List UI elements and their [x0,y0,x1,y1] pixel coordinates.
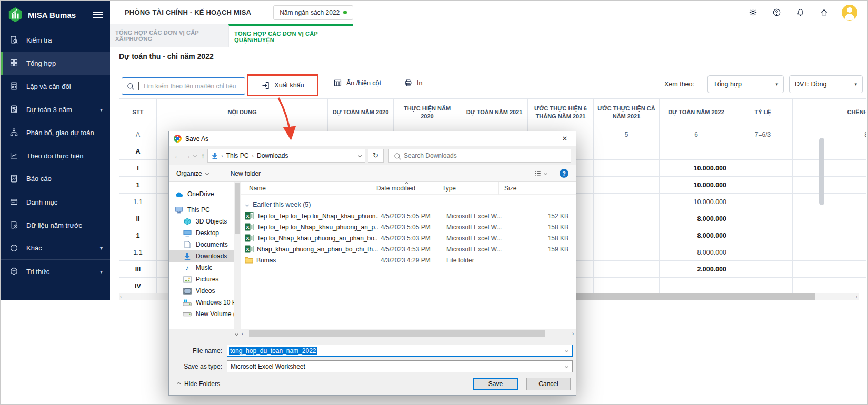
dialog-sidebar-item-new-volume-d-[interactable]: New Volume (D: [169,308,234,320]
file-name: XTep loi_Tep loi_Tep loi_Nhap_khau_phuon… [245,212,378,220]
file-row[interactable]: XTep loi_Tep loi_Tep loi_Nhap_khau_phuon… [241,210,576,221]
dialog-horizontal-scrollbar[interactable]: ‹ › [240,329,576,338]
notifications-icon[interactable] [796,8,805,17]
dialog-sidebar-item-pictures[interactable]: Pictures [169,274,234,285]
column-type[interactable]: Type [440,182,499,195]
file-name-input[interactable]: tong_hop_du_toan_nam_2022 [227,345,573,357]
unit-select[interactable]: ĐVT: Đồng ▾ [789,75,863,93]
scroll-right-icon[interactable]: › [856,294,857,299]
windrive-icon [183,299,192,306]
export-button[interactable]: Xuất khẩu [261,81,304,90]
cell: 2.000.000 [660,261,733,278]
home-icon[interactable] [820,8,829,17]
history-chevron-icon[interactable] [193,154,197,157]
column-size[interactable]: Size [499,182,567,195]
dialog-sidebar-item-windows-10-pro[interactable]: Windows 10 Pro [169,297,234,308]
new-folder-button[interactable]: New folder [231,170,261,177]
forward-icon[interactable]: → [184,152,191,159]
dialog-sidebar-item-desktop[interactable]: Desktop [169,227,234,239]
file-type: Microsoft Excel W... [444,224,503,231]
sidebar-item-label: Lập và cân đối [26,83,104,90]
sidebar-scroll-down-icon[interactable] [233,329,240,338]
sidebar-item-ph-n-b-giao-d-to-n[interactable]: Phân bổ, giao dự toán [1,121,110,144]
print-label: In [417,79,422,87]
chevron-down-icon[interactable] [565,349,568,352]
settings-icon[interactable] [749,8,758,17]
scroll-right-icon[interactable]: › [572,331,574,337]
address-bar[interactable]: › This PC › Downloads [207,149,365,163]
cube-icon [9,267,19,276]
dialog-sidebar-scrollbar[interactable] [234,182,241,329]
search-input[interactable]: Tìm kiếm theo tên mã/tên chỉ tiêu [122,77,245,95]
menu-toggle-icon[interactable] [93,12,103,18]
breadcrumb-downloads[interactable]: Downloads [257,152,288,159]
sidebar-item-t-ng-h-p[interactable]: Tổng hợp [1,52,110,75]
file-type: Microsoft Excel W... [444,246,503,253]
dialog-sidebar-item-music[interactable]: ♪Music [169,262,234,274]
column-date-modified[interactable]: Date modified [374,182,440,195]
avatar[interactable] [842,5,857,21]
file-row[interactable]: XNhap_khau_phuong_an_phan_bo_chi_th...4/… [241,244,576,255]
scrollbar-thumb[interactable] [235,183,240,234]
up-icon[interactable]: ↑ [201,152,205,159]
dialog-titlebar[interactable]: Save As ✕ [169,131,576,146]
budget-year-button[interactable]: Năm ngân sách 2022 [273,5,353,20]
dialog-sidebar-item-this-pc[interactable]: This PC [169,204,234,216]
sidebar-item-l-p-v-c-n-i[interactable]: Lập và cân đối [1,75,110,98]
sidebar-item-d-to-n-3-n-m[interactable]: Dự toán 3 năm▾ [1,98,110,121]
sidebar-item-tri-th-c[interactable]: Tri thức▾ [1,260,110,283]
save-as-type-select[interactable]: Microsoft Excel Worksheet [227,360,573,372]
dialog-sidebar-item-documents[interactable]: Documents [169,239,234,250]
dialog-sidebar-item-onedrive[interactable]: OneDrive [169,188,234,200]
scroll-left-icon[interactable]: ‹ [120,294,122,299]
file-size: 152 KB [503,212,572,220]
breadcrumb-this-pc[interactable]: This PC [226,152,249,159]
dialog-sidebar-item-3d-objects[interactable]: 3D Objects [169,216,234,227]
chevron-down-icon[interactable] [565,364,568,368]
breadcrumb-separator: › [252,153,254,159]
file-name: XTep loi_Tep loi_Nhap_khau_phuong_an_p..… [245,223,378,231]
file-row[interactable]: XTep loi_Nhap_khau_phuong_an_phan_bo...4… [241,232,576,244]
tab-quan-huyen[interactable]: TỔNG HỢP CÁC ĐƠN VỊ CẤP QUẬN/HUYỆN [228,24,353,47]
scrollbar-thumb[interactable] [249,330,545,337]
sidebar-item-d-li-u-n-m-tr-c[interactable]: Dữ liệu năm trước [1,214,110,237]
file-row[interactable]: XTep loi_Tep loi_Nhap_khau_phuong_an_p..… [241,221,576,232]
sidebar-item-label: Dữ liệu năm trước [26,221,104,229]
column-name[interactable]: Name [241,182,374,195]
file-name-value: tong_hop_du_toan_nam_2022 [229,347,317,355]
dialog-search-input[interactable]: Search Downloads [388,149,571,163]
table-vertical-scrollbar[interactable] [819,138,824,205]
sidebar-item-label: Kiểm tra [26,36,104,44]
cancel-button[interactable]: Cancel [526,378,571,390]
dialog-sidebar-item-downloads[interactable]: Downloads [169,250,234,262]
folder-card-icon [9,197,19,207]
cell [733,244,793,261]
close-icon[interactable]: ✕ [554,131,576,146]
sidebar-item-danh-m-c[interactable]: Danh mục [1,190,110,214]
documents-icon [183,241,192,248]
refresh-icon[interactable]: ↻ [368,149,384,163]
save-button[interactable]: Save [473,378,518,390]
sidebar-item-b-o-c-o[interactable]: Báo cáo [1,167,110,190]
address-dropdown-icon[interactable] [358,154,362,157]
file-row[interactable]: Bumas4/3/2023 4:29 PMFile folder [241,255,576,266]
sidebar-item-kh-c[interactable]: Khác▾ [1,237,110,260]
sidebar-item-theo-d-i-th-c-hi-n[interactable]: Theo dõi thực hiện [1,144,110,167]
column-header: ƯỚC THỰC HIỆN 6 THÁNG NĂM 2021 [528,99,594,126]
back-icon[interactable]: ← [174,152,181,159]
dialog-sidebar-item-videos[interactable]: Videos [169,285,234,297]
hide-folders-button[interactable]: Hide Folders [177,380,220,388]
scroll-left-icon[interactable]: ‹ [242,331,243,337]
file-group-header[interactable]: Earlier this week (5) [241,199,576,210]
tab-xa-phuong[interactable]: TỔNG HỢP CÁC ĐƠN VỊ CẤP XÃ/PHƯỜNG [110,24,228,47]
file-list: Name Date modified Type Size Earlier thi… [241,182,576,329]
toggle-columns-button[interactable]: Ẩn /hiện cột [333,78,381,87]
view-options-button[interactable] [534,169,547,177]
help-icon[interactable]: ? [560,169,568,178]
help-icon[interactable] [772,8,782,17]
organize-button[interactable]: Organize [176,170,208,177]
export-label: Xuất khẩu [274,82,304,89]
sidebar-item-ki-m-tra[interactable]: Kiểm tra [1,28,110,52]
print-button[interactable]: In [404,78,422,87]
view-by-select[interactable]: Tổng hợp ▾ [707,75,784,93]
